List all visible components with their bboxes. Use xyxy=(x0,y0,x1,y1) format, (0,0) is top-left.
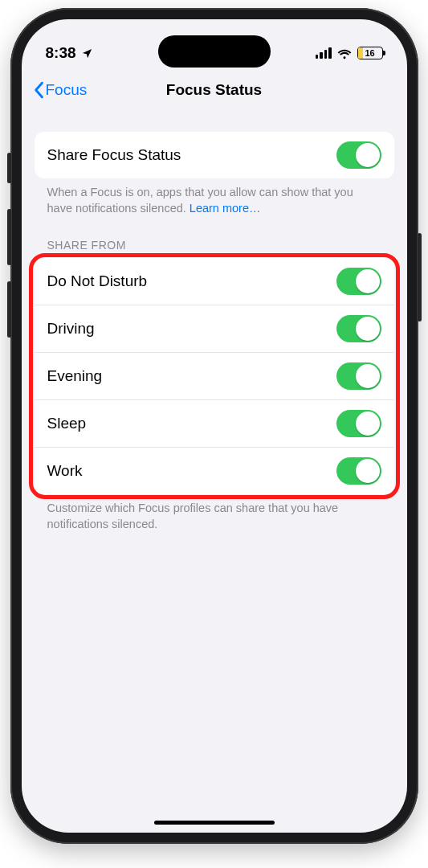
iphone-frame: 8:38 16 xyxy=(10,8,418,844)
share-focus-status-row[interactable]: Share Focus Status xyxy=(35,132,394,178)
share-focus-status-footer: When a Focus is on, apps that you allow … xyxy=(35,178,394,216)
share-focus-status-group: Share Focus Status xyxy=(35,132,394,178)
power-button xyxy=(418,233,422,321)
share-focus-status-label: Share Focus Status xyxy=(47,146,181,164)
wifi-icon xyxy=(336,47,353,59)
share-from-label: Driving xyxy=(47,320,95,338)
share-from-group: Do Not Disturb Driving Evening Slee xyxy=(35,258,394,494)
status-time: 8:38 xyxy=(46,44,76,62)
home-indicator[interactable] xyxy=(154,821,275,825)
share-focus-status-toggle[interactable] xyxy=(336,141,381,169)
volume-down-button xyxy=(7,281,11,338)
evening-toggle[interactable] xyxy=(336,362,381,390)
share-from-footer: Customize which Focus profiles can share… xyxy=(35,494,394,532)
chevron-left-icon xyxy=(33,81,44,99)
share-from-row-driving[interactable]: Driving xyxy=(35,305,394,352)
do-not-disturb-toggle[interactable] xyxy=(336,268,381,295)
learn-more-link[interactable]: Learn more… xyxy=(190,202,261,215)
location-icon xyxy=(81,47,93,59)
back-button[interactable]: Focus xyxy=(33,81,166,99)
battery-icon: 16 xyxy=(357,47,383,59)
share-from-row-evening[interactable]: Evening xyxy=(35,352,394,399)
share-from-label: Work xyxy=(47,462,83,480)
volume-up-button xyxy=(7,209,11,265)
share-from-header: SHARE FROM xyxy=(35,216,394,258)
share-from-label: Do Not Disturb xyxy=(47,272,148,290)
share-from-row-do-not-disturb[interactable]: Do Not Disturb xyxy=(35,258,394,305)
share-from-row-sleep[interactable]: Sleep xyxy=(35,399,394,447)
back-label: Focus xyxy=(46,81,88,99)
page-title: Focus Status xyxy=(166,81,262,99)
share-from-label: Evening xyxy=(47,367,103,385)
work-toggle[interactable] xyxy=(336,457,381,485)
driving-toggle[interactable] xyxy=(336,315,381,342)
nav-header: Focus Focus Status xyxy=(22,71,407,109)
battery-percent: 16 xyxy=(358,48,382,58)
share-from-label: Sleep xyxy=(47,415,87,432)
dynamic-island xyxy=(158,35,271,68)
share-from-row-work[interactable]: Work xyxy=(35,447,394,494)
sleep-toggle[interactable] xyxy=(336,410,381,437)
cellular-icon xyxy=(316,47,332,59)
screen: 8:38 16 xyxy=(22,19,407,833)
mute-switch xyxy=(7,153,11,183)
